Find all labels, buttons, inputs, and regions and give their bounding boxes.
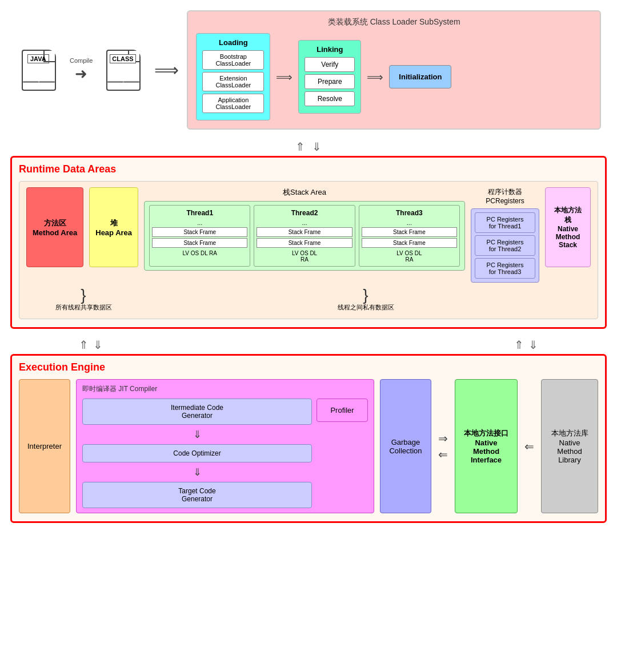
- up-arrow3: ⇑: [514, 338, 524, 352]
- thread3-lv: LV OS DLRA: [362, 250, 457, 263]
- thread1-lv: LV OS DL RA: [152, 250, 247, 256]
- class-file-dots: [107, 81, 123, 83]
- jit-section: 即时编译器 JIT Compiler Itermediate CodeGener…: [76, 379, 374, 513]
- jit-inner: Itermediate CodeGenerator ⇓ Code Optimiz…: [82, 399, 368, 508]
- bootstrap-classloader: BootstrapClassLoader: [202, 50, 264, 70]
- gc-native-arrows: ⇒ ⇐: [437, 379, 449, 513]
- left-arrow-gc: ⇐: [438, 448, 448, 461]
- left-connector-arrows: ⇑ ⇓: [79, 338, 103, 352]
- garbage-collection-label: GarbageCollection: [389, 438, 422, 455]
- class-loader-inner: Loading BootstrapClassLoader ExtensionCl…: [196, 33, 592, 120]
- linking-title: Linking: [305, 45, 355, 54]
- class-label: CLASS: [110, 54, 135, 63]
- jit-arrow1: ⇓: [82, 428, 312, 441]
- profiler-box: Profiler: [316, 399, 368, 422]
- down-arrow2: ⇓: [93, 338, 103, 352]
- runtime-areas-row: 方法区Method Area 堆Heap Area 栈Stack Area Th…: [26, 187, 591, 283]
- execution-inner: Interpreter 即时编译器 JIT Compiler Itermedia…: [19, 379, 598, 513]
- execution-engine: Execution Engine Interpreter 即时编译器 JIT C…: [10, 354, 607, 523]
- private-label: 线程之间私有数据区: [141, 303, 591, 312]
- compile-arrow-symbol: ➜: [75, 65, 87, 83]
- interpreter-label: Interpreter: [27, 442, 62, 450]
- interpreter-box: Interpreter: [19, 379, 70, 513]
- thread1-box: Thread1 ... Stack Frame Stack Frame LV O…: [149, 205, 250, 267]
- linking-box: Linking Verify Prepare Resolve: [298, 40, 361, 114]
- connector-up: ⇑ ⇓: [10, 140, 607, 154]
- thread1-name: Thread1: [152, 209, 247, 217]
- resolve-item: Resolve: [305, 91, 355, 106]
- jit-title: 即时编译器 JIT Compiler: [82, 384, 368, 394]
- compile-arrow: Compile ➜: [70, 57, 93, 83]
- method-area-box: 方法区Method Area: [26, 187, 83, 267]
- thread2-lv: LV OS DLRA: [257, 250, 352, 263]
- dot1: [23, 81, 39, 83]
- native-method-stack-label: 本地方法栈NativeMethodStack: [554, 206, 582, 249]
- java-label: JAVA: [27, 54, 49, 63]
- class-file-dots2: [123, 81, 139, 83]
- thread2-dots: ...: [257, 219, 352, 226]
- thread2-sf2: Stack Frame: [257, 238, 352, 248]
- shared-brace-symbol: }: [26, 287, 141, 303]
- cdot1: [107, 81, 123, 83]
- thread3-box: Thread3 ... Stack Frame Stack Frame LV O…: [359, 205, 460, 267]
- thread2-sf1: Stack Frame: [257, 227, 352, 237]
- java-file-dots: [23, 81, 39, 83]
- up-arrow1: ⇑: [295, 140, 305, 154]
- java-file-shape: JAVA: [22, 50, 56, 91]
- pc-thread1: PC Registersfor Thread1: [475, 212, 535, 233]
- extension-classloader: ExtensionClassLoader: [202, 72, 264, 91]
- execution-title: Execution Engine: [19, 361, 598, 373]
- native-interface-label: 本地方法接口NativeMethodInterface: [464, 428, 508, 464]
- pc-title: 程序计数器PCRegisters: [471, 187, 539, 205]
- heap-area-label: 堆Heap Area: [95, 218, 132, 237]
- pc-inner: PC Registersfor Thread1 PC Registersfor …: [471, 208, 539, 283]
- thread1-sf1: Stack Frame: [152, 227, 247, 237]
- class-file-icon: CLASS: [101, 50, 146, 91]
- profiler-label: Profiler: [330, 406, 354, 415]
- thread1-sf2: Stack Frame: [152, 238, 247, 248]
- left-arrow-lib: ⇐: [524, 440, 534, 453]
- right-connector-arrows: ⇑ ⇓: [514, 338, 538, 352]
- method-area-label: 方法区Method Area: [33, 218, 77, 237]
- runtime-title: Runtime Data Areas: [19, 163, 598, 175]
- class-file-shape: CLASS: [106, 50, 141, 91]
- native-method-stack-box: 本地方法栈NativeMethodStack: [545, 187, 591, 267]
- cdot2: [123, 81, 139, 83]
- top-section: JAVA Compile ➜ CLASS: [10, 10, 607, 130]
- garbage-collection-box: GarbageCollection: [380, 379, 431, 513]
- main-container: JAVA Compile ➜ CLASS: [0, 0, 617, 533]
- jit-step3: Target CodeGenerator: [82, 482, 312, 508]
- thread3-name: Thread3: [362, 209, 457, 217]
- middle-connector: ⇑ ⇓ ⇑ ⇓: [10, 338, 607, 352]
- right-arrow-gc: ⇒: [438, 432, 448, 445]
- application-classloader: ApplicationClassLoader: [202, 94, 264, 113]
- pc-thread2: PC Registersfor Thread2: [475, 235, 535, 256]
- native-library-label: 本地方法库NativeMethodLibrary: [551, 428, 588, 464]
- class-loader-subsystem: 类装载系统 Class Loader SubSystem Loading Boo…: [187, 10, 601, 130]
- jit-steps: Itermediate CodeGenerator ⇓ Code Optimiz…: [82, 399, 312, 508]
- jit-step1: Itermediate CodeGenerator: [82, 399, 312, 425]
- threads-row: Thread1 ... Stack Frame Stack Frame LV O…: [144, 201, 465, 271]
- thread2-name: Thread2: [257, 209, 352, 217]
- private-brace-symbol: }: [141, 287, 591, 303]
- thread3-dots: ...: [362, 219, 457, 226]
- jit-arrow2: ⇓: [82, 466, 312, 478]
- thread2-box: Thread2 ... Stack Frame Stack Frame LV O…: [254, 205, 355, 267]
- heap-area-box: 堆Heap Area: [89, 187, 138, 267]
- runtime-inner: 方法区Method Area 堆Heap Area 栈Stack Area Th…: [19, 181, 598, 319]
- loading-box: Loading BootstrapClassLoader ExtensionCl…: [196, 33, 270, 120]
- up-arrow2: ⇑: [79, 338, 89, 352]
- stack-section: 栈Stack Area Thread1 ... Stack Frame Stac…: [144, 187, 465, 271]
- linking-to-init-arrow: ⟹: [367, 70, 383, 84]
- compile-label: Compile: [70, 57, 93, 64]
- brace-row: } 所有线程共享数据区 } 线程之间私有数据区: [26, 287, 591, 312]
- native-library-box: 本地方法库NativeMethodLibrary: [541, 379, 598, 513]
- runtime-data-areas: Runtime Data Areas 方法区Method Area 堆Heap …: [10, 156, 607, 329]
- thread3-sf1: Stack Frame: [362, 227, 457, 237]
- verify-item: Verify: [305, 57, 355, 72]
- down-arrow1: ⇓: [312, 140, 322, 154]
- java-file-icon: JAVA: [16, 50, 62, 91]
- jit-step2: Code Optimizer: [82, 444, 312, 462]
- dot2: [39, 81, 55, 83]
- pc-thread3: PC Registersfor Thread3: [475, 258, 535, 279]
